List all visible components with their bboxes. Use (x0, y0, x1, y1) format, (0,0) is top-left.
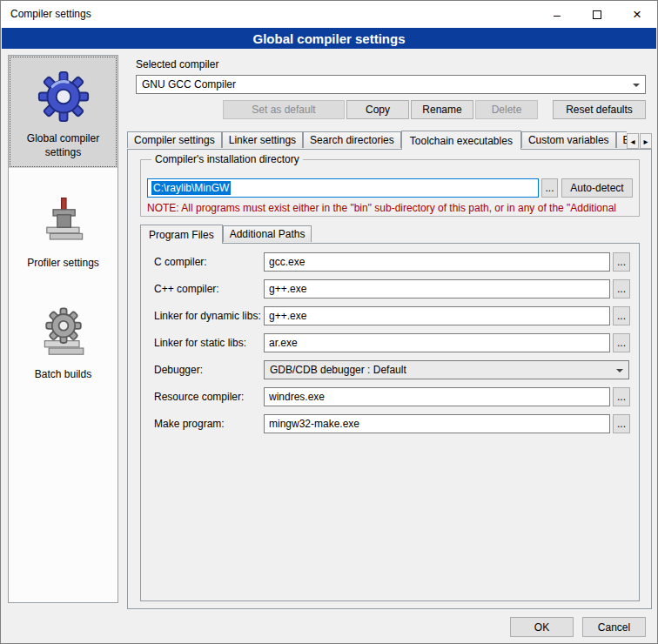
bin-directory-note: NOTE: All programs must exist either in … (147, 202, 636, 214)
c-compiler-browse-button[interactable]: ... (613, 252, 630, 272)
sub-tab-strip: Program Files Additional Paths (140, 225, 488, 244)
tab-compiler-settings[interactable]: Compiler settings (127, 131, 222, 148)
form-row-debugger: Debugger: GDB/CDB debugger : Default (140, 360, 640, 379)
sidebar-item-label: Profiler settings (12, 257, 114, 271)
set-as-default-button[interactable]: Set as default (223, 100, 345, 119)
close-button[interactable]: × (617, 1, 657, 28)
settings-category-list: Global compiler settings Profiler settin… (8, 55, 118, 603)
field-label: Resource compiler: (154, 391, 244, 403)
tab-scroll-left-button[interactable]: ◂ (627, 133, 639, 149)
gray-gear-icon (12, 302, 114, 363)
window-title: Compiler settings (10, 8, 91, 20)
tab-additional-paths[interactable]: Additional Paths (223, 225, 312, 242)
form-row-dynamic-linker: Linker for dynamic libs: ... (140, 306, 640, 325)
sidebar-item-batch-builds[interactable]: Batch builds (9, 292, 118, 391)
page-title: Global compiler settings (252, 31, 405, 46)
blue-gear-icon (12, 66, 114, 127)
resource-compiler-input[interactable] (264, 387, 610, 406)
dialog-header: Global compiler settings (2, 28, 656, 49)
make-program-browse-button[interactable]: ... (613, 414, 630, 433)
form-row-static-linker: Linker for static libs: ... (140, 333, 640, 352)
title-bar[interactable]: Compiler settings – × (1, 1, 657, 28)
debugger-select[interactable]: GDB/CDB debugger : Default (264, 360, 629, 379)
maximize-button[interactable] (577, 1, 617, 28)
resource-compiler-browse-button[interactable]: ... (613, 387, 630, 406)
compiler-select-value: GNU GCC Compiler (142, 78, 236, 91)
dynamic-linker-browse-button[interactable]: ... (613, 306, 630, 325)
maximize-icon (593, 10, 601, 19)
sidebar-item-global-compiler-settings[interactable]: Global compiler settings (9, 56, 118, 168)
dynamic-linker-input[interactable] (264, 306, 610, 325)
selected-compiler-label: Selected compiler (136, 58, 218, 70)
field-label: Make program: (154, 418, 225, 430)
tab-toolchain-executables[interactable]: Toolchain executables (401, 131, 521, 150)
tab-scroll-right-button[interactable]: ▸ (640, 133, 652, 149)
chevron-down-icon (633, 84, 640, 91)
profiler-tool-icon (12, 191, 114, 252)
tab-search-directories[interactable]: Search directories (303, 131, 401, 148)
sidebar-item-label: Batch builds (12, 368, 114, 382)
form-row-make-program: Make program: ... (140, 414, 640, 433)
minimize-button[interactable]: – (537, 1, 577, 28)
arrow-left-icon: ◂ (630, 137, 634, 146)
form-row-cpp-compiler: C++ compiler: ... (140, 279, 640, 299)
group-title: Compiler's installation directory (151, 153, 303, 165)
main-tab-strip: Compiler settings Linker settings Search… (127, 131, 627, 150)
ok-button[interactable]: OK (510, 617, 574, 637)
copy-button[interactable]: Copy (346, 100, 409, 119)
form-row-c-compiler: C compiler: ... (140, 252, 640, 272)
field-label: Linker for dynamic libs: (154, 310, 261, 322)
cpp-compiler-input[interactable] (264, 279, 610, 299)
cpp-compiler-browse-button[interactable]: ... (613, 279, 630, 299)
installation-directory-input[interactable]: C:\raylib\MinGW (147, 178, 539, 198)
tab-program-files[interactable]: Program Files (140, 225, 223, 244)
auto-detect-button[interactable]: Auto-detect (561, 178, 633, 198)
sidebar-item-label: Global compiler settings (12, 132, 114, 159)
chevron-down-icon (616, 369, 623, 376)
delete-button[interactable]: Delete (475, 100, 538, 119)
field-label: Debugger: (154, 364, 203, 376)
rename-button[interactable]: Rename (411, 100, 473, 119)
debugger-select-value: GDB/CDB debugger : Default (270, 364, 406, 376)
form-row-resource-compiler: Resource compiler: ... (140, 387, 640, 406)
static-linker-browse-button[interactable]: ... (613, 333, 630, 352)
tab-custom-variables[interactable]: Custom variables (521, 131, 616, 148)
caption-buttons: – × (537, 1, 657, 28)
static-linker-input[interactable] (264, 333, 610, 352)
field-label: C compiler: (154, 256, 207, 268)
minimize-icon: – (554, 8, 561, 22)
installation-directory-value: C:\raylib\MinGW (151, 181, 231, 195)
field-label: Linker for static libs: (154, 337, 246, 349)
tab-build-options[interactable]: Build (616, 131, 627, 148)
close-icon: × (633, 6, 641, 23)
sidebar-item-profiler-settings[interactable]: Profiler settings (9, 180, 118, 279)
cancel-button[interactable]: Cancel (582, 617, 646, 637)
field-label: C++ compiler: (154, 283, 219, 295)
compiler-select[interactable]: GNU GCC Compiler (136, 75, 646, 94)
directory-browse-button[interactable]: ... (541, 178, 558, 198)
c-compiler-input[interactable] (264, 252, 610, 272)
compiler-settings-dialog: Compiler settings – × Global compiler se… (0, 0, 658, 644)
arrow-right-icon: ▸ (643, 137, 648, 146)
make-program-input[interactable] (264, 414, 610, 433)
tab-linker-settings[interactable]: Linker settings (222, 131, 303, 148)
reset-defaults-button[interactable]: Reset defaults (553, 100, 646, 119)
